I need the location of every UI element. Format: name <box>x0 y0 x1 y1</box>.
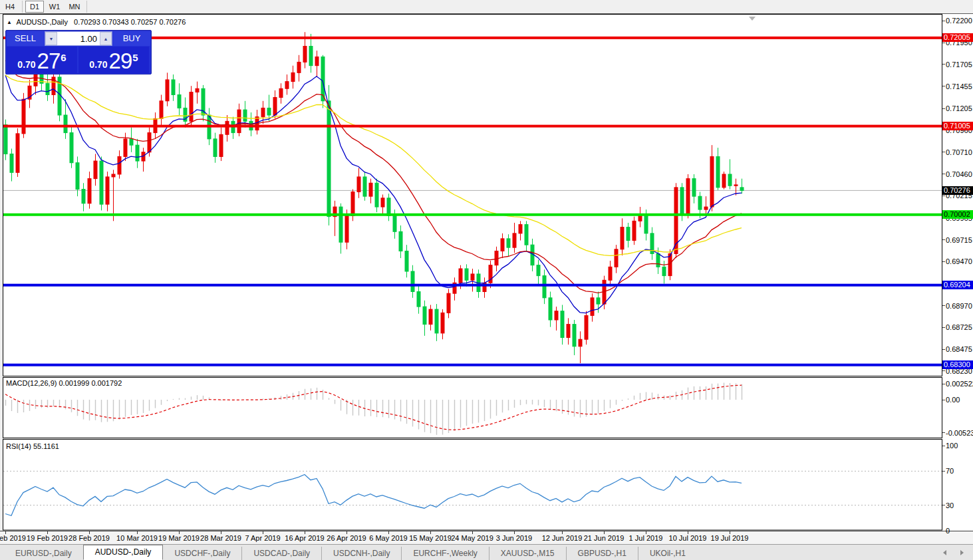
candle-body <box>555 311 558 320</box>
candle-body <box>160 101 163 119</box>
candle-body <box>405 251 408 271</box>
tab-audusd-daily[interactable]: AUDUSD-,Daily <box>83 545 164 560</box>
candle-body <box>46 83 49 94</box>
candle-body <box>4 125 7 154</box>
candle-body <box>112 174 115 177</box>
rsi-indicator-canvas[interactable] <box>0 439 942 531</box>
tab-usdchf-daily[interactable]: USDCHF-,Daily <box>163 547 241 560</box>
candle-body <box>345 215 348 242</box>
rsi-indicator-label: RSI(14) 55.1161 <box>6 442 59 450</box>
candle-body <box>106 177 109 204</box>
volume-increase-button[interactable]: ▲ <box>100 32 112 45</box>
current-price-label: 0.70276 <box>942 186 973 195</box>
price-axis-tick <box>942 108 945 109</box>
candle-body <box>579 339 582 347</box>
price-tick-label: 0.70460 <box>946 170 972 178</box>
candle-body <box>291 72 295 81</box>
macd-indicator-canvas[interactable] <box>0 376 942 439</box>
tab-usdcnh-daily[interactable]: USDCNH-,Daily <box>321 547 401 560</box>
candle-body <box>704 207 708 210</box>
candle-body <box>303 46 307 62</box>
collapse-panel-icon[interactable]: ▲ <box>7 19 12 25</box>
date-tick-label: 19 Jul 2019 <box>711 534 749 542</box>
chart-ohlc-quote: 0.70293 0.70343 0.70257 0.70276 <box>74 18 186 26</box>
candle-body <box>447 293 450 313</box>
buy-price-display[interactable]: 0.70 29 5 <box>78 47 149 73</box>
scroll-tabs-right-icon[interactable] <box>958 549 966 556</box>
price-tick-label: 0.68475 <box>946 345 972 353</box>
rsi-tick-label: 0 <box>946 527 950 535</box>
candle-body <box>441 313 444 333</box>
tab-ukoil-h1[interactable]: UKOil-,H1 <box>638 547 697 560</box>
macd-tick-label: -0.005234 <box>946 429 973 437</box>
candle-body <box>315 57 319 65</box>
candle-body <box>728 174 732 186</box>
candle-body <box>417 292 420 307</box>
price-tick-label: 0.71205 <box>946 104 972 112</box>
candle-body <box>10 154 13 172</box>
chart-shift-marker-icon[interactable] <box>749 17 756 21</box>
candle-body <box>70 133 73 163</box>
macd-signal-line <box>5 385 742 430</box>
candle-body <box>387 198 390 216</box>
price-tick-label: 0.71705 <box>946 61 972 69</box>
candle-body <box>411 271 414 292</box>
date-axis[interactable]: 10 Feb 201919 Feb 201928 Feb 201910 Mar … <box>0 531 973 545</box>
macd-tick-label: 0.002522 <box>946 380 973 388</box>
date-tick-label: 12 Jun 2019 <box>542 534 583 542</box>
date-tick-label: 16 Apr 2019 <box>285 534 324 542</box>
scroll-tabs-left-icon[interactable] <box>941 549 949 556</box>
sell-button[interactable]: SELL <box>7 31 44 46</box>
macd-tick-label: 0.00 <box>946 396 960 404</box>
price-axis-column[interactable] <box>942 14 973 531</box>
rsi-axis-tick <box>942 505 945 505</box>
candle-body <box>698 196 702 210</box>
date-tick-label: 3 Jun 2019 <box>496 534 532 542</box>
date-tick-label: 19 Mar 2019 <box>158 534 200 542</box>
rsi-tick-label: 100 <box>946 442 958 450</box>
tab-gbpusd-h1[interactable]: GBPUSD-,H1 <box>566 547 638 560</box>
candle-body <box>465 269 468 280</box>
volume-decrease-button[interactable]: ▼ <box>45 32 57 45</box>
volume-input[interactable] <box>57 32 100 45</box>
candle-body <box>459 269 462 283</box>
candle-body <box>351 192 354 216</box>
timeframe-w1-button[interactable]: W1 <box>45 1 64 13</box>
tab-xauusd-m15[interactable]: XAUUSD-,M15 <box>489 547 566 560</box>
tab-scroll-controls <box>941 549 966 556</box>
candle-body <box>626 227 630 241</box>
candle-body <box>609 267 612 280</box>
candle-body <box>219 134 223 156</box>
price-axis-tick <box>942 349 945 350</box>
macd-axis-tick <box>942 384 945 384</box>
price-axis-tick <box>942 64 945 65</box>
candle-body <box>471 274 474 280</box>
buy-price-pip: 5 <box>132 47 138 69</box>
timeframe-d1-button[interactable]: D1 <box>25 1 44 13</box>
candle-body <box>309 46 313 65</box>
tab-usdcad-daily[interactable]: USDCAD-,Daily <box>241 547 321 560</box>
candle-body <box>716 156 720 187</box>
timeframe-mn-button[interactable]: MN <box>65 1 84 13</box>
buy-button[interactable]: BUY <box>113 31 150 46</box>
candle-body <box>375 183 378 207</box>
tab-eurchf-weekly[interactable]: EURCHF-,Weekly <box>401 547 488 560</box>
level-price-label: 0.68300 <box>942 360 973 369</box>
sell-price-display[interactable]: 0.70 27 6 <box>7 47 77 73</box>
candle-body <box>549 298 552 320</box>
toolbar-separator <box>86 1 87 13</box>
trading-platform-window: H4 D1 W1 MN ▲ AUDUSD-,Daily 0.70293 0.70… <box>0 0 973 560</box>
candle-body <box>190 92 193 122</box>
sell-price-prefix: 0.70 <box>17 58 35 71</box>
candle-body <box>513 233 516 247</box>
date-tick-label: 24 May 2019 <box>451 534 493 542</box>
timeframe-toolbar: H4 D1 W1 MN <box>0 0 973 13</box>
date-tick-label: 28 Mar 2019 <box>200 534 241 542</box>
price-axis-tick <box>942 261 945 262</box>
level-price-label: 0.70002 <box>942 210 973 219</box>
level-line <box>3 213 942 216</box>
tab-eurusd-daily[interactable]: EURUSD-,Daily <box>4 547 83 560</box>
timeframe-h4-button[interactable]: H4 <box>1 1 19 13</box>
price-tick-label: 0.72200 <box>946 17 972 25</box>
price-axis-tick <box>942 43 945 43</box>
